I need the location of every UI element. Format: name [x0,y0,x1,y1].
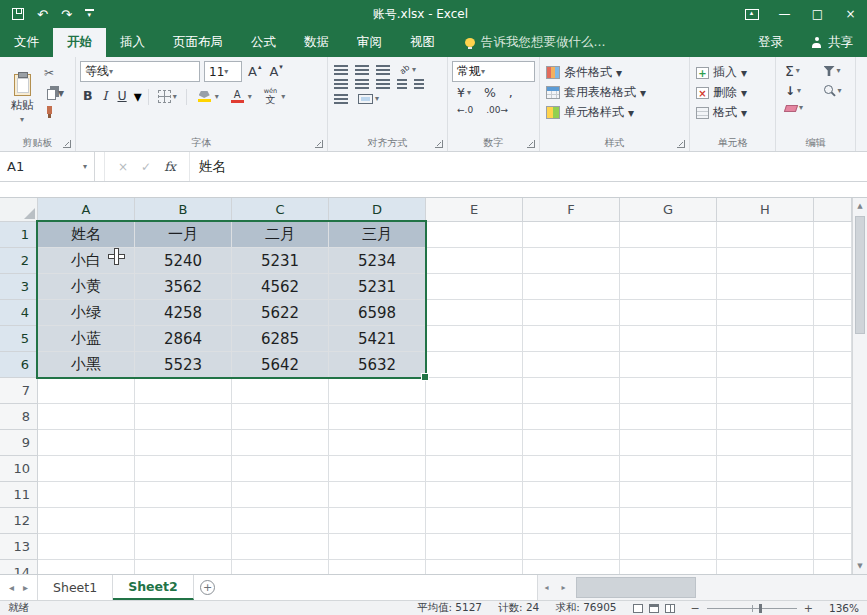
cell-B10[interactable] [135,456,232,482]
cell-G12[interactable] [620,508,717,534]
vertical-scroll-track[interactable] [853,214,867,558]
cell-E7[interactable] [426,378,523,404]
cell-G13[interactable] [620,534,717,560]
accounting-format-button[interactable]: ¥▾ [454,86,474,101]
cell-partial-row4[interactable] [814,300,852,326]
cell-G3[interactable] [620,274,717,300]
format-as-table-button[interactable]: 套用表格格式 ▾ [546,84,683,101]
cell-E2[interactable] [426,248,523,274]
styles-dialog-launcher[interactable] [677,140,685,148]
row-header-8[interactable]: 8 [0,404,38,430]
cell-C1[interactable]: 二月 [232,222,329,248]
cell-A13[interactable] [38,534,135,560]
cell-C7[interactable] [232,378,329,404]
autosum-button[interactable]: Σ▾ [782,63,811,79]
find-select-button[interactable]: ▾ [821,84,850,98]
font-size-combo[interactable]: 11▾ [204,61,242,82]
cell-D13[interactable] [329,534,426,560]
row-header-5[interactable]: 5 [0,326,38,352]
formula-input[interactable]: 姓名 [189,152,867,181]
cell-F12[interactable] [523,508,620,534]
cancel-button[interactable]: × [118,160,128,174]
cell-C10[interactable] [232,456,329,482]
column-header-partial[interactable] [814,198,852,222]
wrap-text-button[interactable] [334,94,348,104]
cell-C5[interactable]: 6285 [232,326,329,352]
align-bottom-button[interactable] [376,65,390,75]
cell-H11[interactable] [717,482,814,508]
insert-cells-button[interactable]: 插入 ▾ [696,64,769,81]
enter-button[interactable]: ✓ [141,160,151,174]
cell-A1[interactable]: 姓名 [38,222,135,248]
cell-A14[interactable] [38,560,135,574]
zoom-slider[interactable] [707,608,797,609]
cell-F8[interactable] [523,404,620,430]
cell-B11[interactable] [135,482,232,508]
chevron-down-icon[interactable]: ▾ [134,87,142,106]
cell-D2[interactable]: 5234 [329,248,426,274]
customize-qat-button[interactable]: ▾ [85,9,94,19]
row-header-7[interactable]: 7 [0,378,38,404]
cell-G8[interactable] [620,404,717,430]
column-header-E[interactable]: E [426,198,523,222]
underline-button[interactable]: U [114,89,129,104]
cell-F5[interactable] [523,326,620,352]
column-header-F[interactable]: F [523,198,620,222]
cell-G4[interactable] [620,300,717,326]
increase-font-size-button[interactable]: A▴ [246,64,263,79]
tab-file[interactable]: 文件 [0,28,53,57]
row-header-14[interactable]: 14 [0,560,38,574]
align-top-button[interactable] [334,65,348,75]
horizontal-scrollbar[interactable]: ◂ ▸ [537,575,867,600]
cell-B4[interactable]: 4258 [135,300,232,326]
row-header-10[interactable]: 10 [0,456,38,482]
cell-C3[interactable]: 4562 [232,274,329,300]
formula-bar-grip[interactable] [95,152,105,181]
cell-E11[interactable] [426,482,523,508]
cell-C12[interactable] [232,508,329,534]
cell-H14[interactable] [717,560,814,574]
maximize-button[interactable]: □ [801,0,834,28]
cell-D9[interactable] [329,430,426,456]
tab-formulas[interactable]: 公式 [237,28,290,57]
page-layout-view-button[interactable] [649,604,659,613]
sheet-nav-left-icon[interactable]: ◂ [9,582,14,593]
cell-A2[interactable]: 小白 [38,248,135,274]
cell-A11[interactable] [38,482,135,508]
cut-button[interactable]: ✂ [44,66,64,80]
cell-D1[interactable]: 三月 [329,222,426,248]
sheet-nav-right-icon[interactable]: ▸ [23,582,28,593]
zoom-slider-thumb[interactable] [759,604,762,613]
cell-E5[interactable] [426,326,523,352]
row-header-2[interactable]: 2 [0,248,38,274]
cell-B12[interactable] [135,508,232,534]
cell-G1[interactable] [620,222,717,248]
row-header-6[interactable]: 6 [0,352,38,378]
orientation-button[interactable]: ab▾ [397,65,419,75]
bold-button[interactable]: B [80,89,96,104]
cell-C11[interactable] [232,482,329,508]
alignment-dialog-launcher[interactable] [435,140,443,148]
cell-B14[interactable] [135,560,232,574]
cell-D11[interactable] [329,482,426,508]
sheet-tab-sheet2[interactable]: Sheet2 [113,575,194,600]
cell-G9[interactable] [620,430,717,456]
vertical-scrollbar[interactable]: ▲ ▼ [852,198,867,574]
cell-partial-row7[interactable] [814,378,852,404]
cell-C13[interactable] [232,534,329,560]
cell-D4[interactable]: 6598 [329,300,426,326]
cell-A10[interactable] [38,456,135,482]
save-button[interactable] [12,8,24,20]
sort-filter-button[interactable]: ▾ [821,63,850,79]
row-header-13[interactable]: 13 [0,534,38,560]
cell-partial-row14[interactable] [814,560,852,574]
fill-color-button[interactable]: ▾ [193,90,222,103]
horizontal-scroll-thumb[interactable] [576,577,696,598]
cell-D3[interactable]: 5231 [329,274,426,300]
cell-H2[interactable] [717,248,814,274]
borders-button[interactable]: ▾ [155,89,180,104]
cell-D12[interactable] [329,508,426,534]
cell-C9[interactable] [232,430,329,456]
cell-partial-row8[interactable] [814,404,852,430]
decrease-indent-button[interactable] [397,79,407,89]
